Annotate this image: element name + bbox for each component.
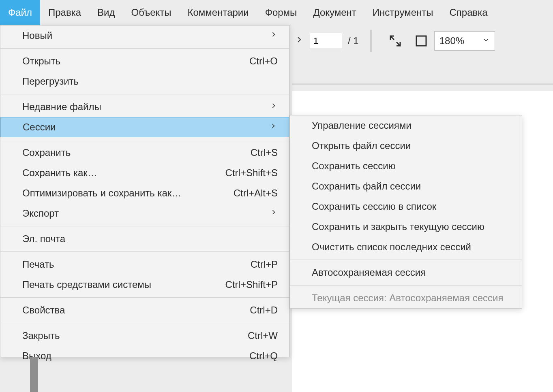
menu-shortcut: Ctrl+Shift+S <box>225 167 278 179</box>
sessions-open-file[interactable]: Открыть файл сессии <box>290 136 522 156</box>
menu-label: Формы <box>265 7 297 18</box>
file-reload[interactable]: Перегрузить <box>0 71 289 92</box>
zoom-value: 180% <box>439 35 464 47</box>
menu-item-label: Новый <box>22 30 52 41</box>
menu-item-label: Очистить список последних сессий <box>312 241 471 253</box>
menu-shortcut: Ctrl+Shift+P <box>225 279 278 290</box>
svg-rect-2 <box>416 36 426 46</box>
chevron-right-icon <box>270 102 278 112</box>
file-properties[interactable]: Свойства Ctrl+D <box>0 300 289 320</box>
fit-page-icon[interactable] <box>388 34 403 48</box>
menu-view[interactable]: Вид <box>89 0 123 25</box>
menu-item-label: Оптимизировать и сохранить как… <box>22 187 181 199</box>
sessions-save[interactable]: Сохранить сессию <box>290 156 522 176</box>
sessions-autosave[interactable]: Автосохраняемая сессия <box>290 262 522 283</box>
sessions-save-file[interactable]: Сохранить файл сессии <box>290 176 522 196</box>
menu-separator <box>0 226 289 226</box>
menu-item-label: Недавние файлы <box>22 101 101 113</box>
menu-separator <box>0 48 289 49</box>
file-save-as[interactable]: Сохранить как… Ctrl+Shift+S <box>0 163 289 183</box>
menu-edit[interactable]: Правка <box>40 0 89 25</box>
menu-document[interactable]: Документ <box>305 0 364 25</box>
menu-separator <box>0 297 289 298</box>
page-total: / 1 <box>348 35 359 47</box>
page-number-input[interactable] <box>310 33 342 49</box>
file-menu: Новый Открыть Ctrl+O Перегрузить Недавни… <box>0 25 289 357</box>
menu-file[interactable]: Файл <box>0 0 40 25</box>
menu-separator <box>290 260 522 260</box>
menu-label: Вид <box>97 7 115 18</box>
chevron-right-icon <box>269 122 277 132</box>
menu-item-label: Закрыть <box>22 330 60 341</box>
menu-shortcut: Ctrl+Alt+S <box>234 187 278 199</box>
file-close[interactable]: Закрыть Ctrl+W <box>0 326 289 346</box>
menu-label: Справка <box>450 7 488 18</box>
page-next-icon[interactable] <box>293 34 306 47</box>
sessions-current-info: Текущая сессия: Автосохраняемая сессия <box>290 288 522 308</box>
menu-item-label: Свойства <box>22 305 65 316</box>
menu-item-label: Печать <box>22 259 54 270</box>
menu-label: Комментарии <box>188 7 249 18</box>
file-recent[interactable]: Недавние файлы <box>0 97 289 117</box>
menu-item-label: Сохранить сессию <box>312 160 396 172</box>
menu-comments[interactable]: Комментарии <box>180 0 257 25</box>
file-optimize-save[interactable]: Оптимизировать и сохранить как… Ctrl+Alt… <box>0 183 289 203</box>
menu-shortcut: Ctrl+O <box>249 55 278 67</box>
file-new[interactable]: Новый <box>0 26 289 46</box>
menu-item-label: Сохранить как… <box>22 167 97 179</box>
file-export[interactable]: Экспорт <box>0 203 289 224</box>
menu-objects[interactable]: Объекты <box>123 0 180 25</box>
toolbar-separator <box>370 30 371 52</box>
menu-label: Объекты <box>131 7 171 18</box>
chevron-right-icon <box>270 30 278 41</box>
file-open[interactable]: Открыть Ctrl+O <box>0 51 289 71</box>
menu-forms[interactable]: Формы <box>257 0 305 25</box>
document-divider <box>292 83 553 85</box>
menu-shortcut: Ctrl+S <box>251 147 278 158</box>
menu-label: Документ <box>313 7 356 18</box>
menu-separator <box>290 285 522 285</box>
file-email[interactable]: Эл. почта <box>0 229 289 249</box>
menu-item-label: Печать средствами системы <box>22 279 151 290</box>
menu-shortcut: Ctrl+P <box>251 259 278 270</box>
menu-separator <box>0 140 289 140</box>
menu-separator <box>0 323 289 323</box>
menu-label: Инструменты <box>373 7 433 18</box>
chevron-right-icon <box>270 208 278 219</box>
sessions-manage[interactable]: Управление сессиями <box>290 115 522 136</box>
file-sessions[interactable]: Сессии <box>0 117 289 137</box>
menu-help[interactable]: Справка <box>442 0 496 25</box>
menu-item-label: Автосохраняемая сессия <box>312 267 426 278</box>
menu-item-label: Управление сессиями <box>312 120 412 131</box>
file-exit[interactable]: Выход Ctrl+Q <box>0 346 289 366</box>
menu-item-label: Текущая сессия: Автосохраняемая сессия <box>312 292 503 304</box>
menu-item-label: Сохранить <box>22 147 71 158</box>
menu-shortcut: Ctrl+Q <box>249 350 278 362</box>
menubar: Файл Правка Вид Объекты Комментарии Форм… <box>0 0 553 25</box>
menu-item-label: Сессии <box>23 121 56 133</box>
menu-label: Правка <box>48 7 81 18</box>
menu-tools[interactable]: Инструменты <box>364 0 442 25</box>
menu-item-label: Эл. почта <box>22 233 65 245</box>
fit-width-icon[interactable] <box>414 34 429 48</box>
menu-item-label: Открыть файл сессии <box>312 140 411 151</box>
file-print[interactable]: Печать Ctrl+P <box>0 254 289 275</box>
menu-item-label: Перегрузить <box>22 76 79 87</box>
menu-separator <box>0 251 289 252</box>
zoom-select[interactable]: 180% <box>434 31 495 51</box>
menu-item-label: Сохранить и закрыть текущую сессию <box>312 221 484 232</box>
file-save[interactable]: Сохранить Ctrl+S <box>0 143 289 163</box>
menu-shortcut: Ctrl+W <box>248 330 278 341</box>
sessions-clear-recent[interactable]: Очистить список последних сессий <box>290 237 522 257</box>
menu-shortcut: Ctrl+D <box>250 305 278 316</box>
sessions-menu: Управление сессиями Открыть файл сессии … <box>289 115 522 309</box>
scrollbar-thumb[interactable] <box>30 357 38 392</box>
menu-item-label: Сохранить сессию в список <box>312 201 436 212</box>
menu-item-label: Открыть <box>22 55 60 67</box>
menu-item-label: Сохранить файл сессии <box>312 181 421 192</box>
menu-item-label: Экспорт <box>22 208 59 219</box>
sessions-save-to-list[interactable]: Сохранить сессию в список <box>290 196 522 217</box>
file-system-print[interactable]: Печать средствами системы Ctrl+Shift+P <box>0 275 289 295</box>
sessions-save-close-current[interactable]: Сохранить и закрыть текущую сессию <box>290 217 522 237</box>
menu-label: Файл <box>8 7 32 18</box>
